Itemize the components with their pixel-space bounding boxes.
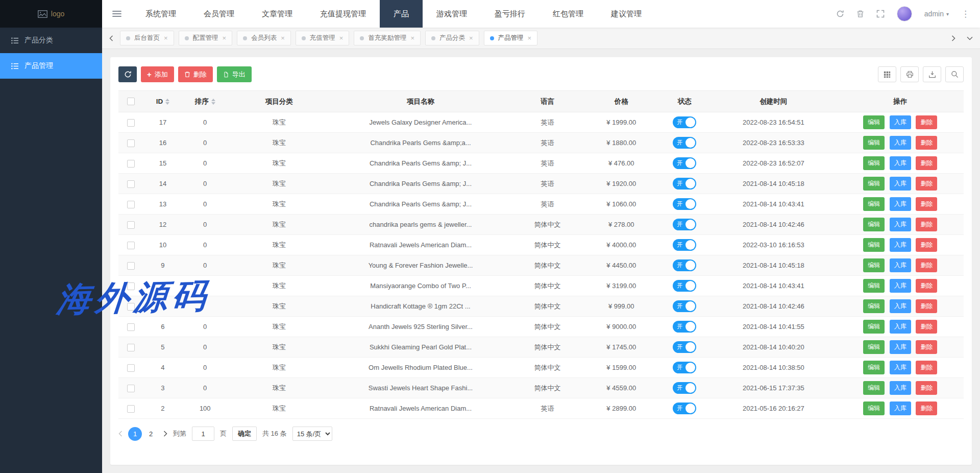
status-toggle[interactable]: 开 [673, 116, 696, 128]
tab-close-icon[interactable]: × [528, 35, 532, 41]
row-delete-button[interactable]: 删除 [916, 320, 937, 334]
columns-toggle-button[interactable] [878, 66, 896, 82]
row-checkbox[interactable] [127, 364, 135, 372]
prev-page-icon[interactable] [118, 431, 122, 437]
col-header-sort[interactable]: 排序 [182, 91, 228, 112]
status-toggle[interactable]: 开 [673, 403, 696, 414]
tab-scroll-left-icon[interactable] [107, 35, 115, 41]
goto-page-input[interactable] [192, 427, 214, 441]
row-checkbox[interactable] [127, 323, 135, 331]
status-toggle[interactable]: 开 [673, 341, 696, 353]
edit-button[interactable]: 编辑 [863, 320, 885, 334]
row-delete-button[interactable]: 删除 [916, 258, 937, 272]
page-size-select[interactable]: 15 条/页 [292, 427, 332, 441]
nav-item[interactable]: 产品 [380, 0, 423, 28]
col-header-id[interactable]: ID [144, 91, 182, 112]
nav-item[interactable]: 建议管理 [597, 0, 655, 28]
nav-item[interactable]: 盈亏排行 [481, 0, 539, 28]
stock-in-button[interactable]: 入库 [890, 401, 911, 415]
status-toggle[interactable]: 开 [673, 157, 696, 169]
edit-button[interactable]: 编辑 [863, 218, 885, 231]
status-toggle[interactable]: 开 [673, 137, 696, 149]
sort-carets-icon[interactable] [211, 99, 215, 105]
row-delete-button[interactable]: 删除 [916, 340, 937, 354]
row-checkbox[interactable] [127, 221, 135, 229]
refresh-icon[interactable] [836, 10, 844, 18]
delete-button[interactable]: 删除 [178, 66, 213, 82]
stock-in-button[interactable]: 入库 [890, 381, 911, 395]
status-toggle[interactable]: 开 [673, 321, 696, 333]
stock-in-button[interactable]: 入库 [890, 177, 911, 191]
tab[interactable]: 产品分类 × [425, 31, 479, 45]
row-checkbox[interactable] [127, 119, 135, 127]
status-toggle[interactable]: 开 [673, 362, 696, 373]
nav-item[interactable]: 游戏管理 [423, 0, 481, 28]
nav-item[interactable]: 文章管理 [248, 0, 306, 28]
nav-item[interactable]: 红包管理 [539, 0, 597, 28]
menu-collapse-icon[interactable] [102, 0, 132, 28]
stock-in-button[interactable]: 入库 [890, 361, 911, 374]
stock-in-button[interactable]: 入库 [890, 115, 911, 129]
stock-in-button[interactable]: 入库 [890, 299, 911, 313]
tab[interactable]: 充值管理 × [296, 31, 350, 45]
stock-in-button[interactable]: 入库 [890, 218, 911, 231]
tab-close-icon[interactable]: × [281, 35, 285, 41]
status-toggle[interactable]: 开 [673, 300, 696, 312]
edit-button[interactable]: 编辑 [863, 279, 885, 293]
row-delete-button[interactable]: 删除 [916, 381, 937, 395]
row-checkbox[interactable] [127, 262, 135, 270]
row-delete-button[interactable]: 删除 [916, 238, 937, 252]
download-button[interactable] [923, 66, 941, 82]
confirm-button[interactable]: 确定 [232, 427, 257, 441]
row-checkbox[interactable] [127, 242, 135, 249]
stock-in-button[interactable]: 入库 [890, 258, 911, 272]
select-all-checkbox[interactable] [127, 98, 135, 105]
print-button[interactable] [900, 66, 919, 82]
edit-button[interactable]: 编辑 [863, 136, 885, 150]
tab[interactable]: 产品管理 × [484, 31, 538, 45]
page-number[interactable]: 2 [144, 427, 158, 441]
status-toggle[interactable]: 开 [673, 178, 696, 190]
sidebar-item[interactable]: 产品分类 [0, 28, 102, 53]
status-toggle[interactable]: 开 [673, 198, 696, 210]
row-delete-button[interactable]: 删除 [916, 136, 937, 150]
edit-button[interactable]: 编辑 [863, 115, 885, 129]
edit-button[interactable]: 编辑 [863, 381, 885, 395]
nav-item[interactable]: 系统管理 [132, 0, 190, 28]
tab-scroll-right-icon[interactable] [949, 35, 958, 41]
edit-button[interactable]: 编辑 [863, 340, 885, 354]
tab-close-icon[interactable]: × [469, 35, 473, 41]
row-checkbox[interactable] [127, 344, 135, 351]
row-checkbox[interactable] [127, 160, 135, 168]
page-number[interactable]: 1 [128, 427, 142, 441]
tab[interactable]: 后台首页 × [120, 31, 174, 45]
tab[interactable]: 配置管理 × [179, 31, 233, 45]
trash-icon[interactable] [856, 10, 864, 18]
row-delete-button[interactable]: 删除 [916, 115, 937, 129]
row-delete-button[interactable]: 删除 [916, 279, 937, 293]
edit-button[interactable]: 编辑 [863, 401, 885, 415]
tab-options-dropdown-icon[interactable] [965, 36, 975, 40]
tab-close-icon[interactable]: × [339, 35, 344, 41]
stock-in-button[interactable]: 入库 [890, 136, 911, 150]
edit-button[interactable]: 编辑 [863, 299, 885, 313]
tab-close-icon[interactable]: × [164, 35, 168, 41]
edit-button[interactable]: 编辑 [863, 238, 885, 252]
row-delete-button[interactable]: 删除 [916, 299, 937, 313]
stock-in-button[interactable]: 入库 [890, 340, 911, 354]
more-menu-icon[interactable]: ⋮ [961, 9, 970, 19]
row-checkbox[interactable] [127, 201, 135, 208]
nav-item[interactable]: 充值提现管理 [306, 0, 380, 28]
row-checkbox[interactable] [127, 139, 135, 147]
edit-button[interactable]: 编辑 [863, 197, 885, 211]
row-checkbox[interactable] [127, 303, 135, 311]
sidebar-item[interactable]: 产品管理 [0, 53, 102, 79]
row-delete-button[interactable]: 删除 [916, 218, 937, 231]
sort-carets-icon[interactable] [165, 99, 169, 105]
stock-in-button[interactable]: 入库 [890, 279, 911, 293]
row-delete-button[interactable]: 删除 [916, 197, 937, 211]
row-delete-button[interactable]: 删除 [916, 401, 937, 415]
avatar[interactable] [897, 6, 912, 21]
status-toggle[interactable]: 开 [673, 280, 696, 292]
stock-in-button[interactable]: 入库 [890, 320, 911, 334]
